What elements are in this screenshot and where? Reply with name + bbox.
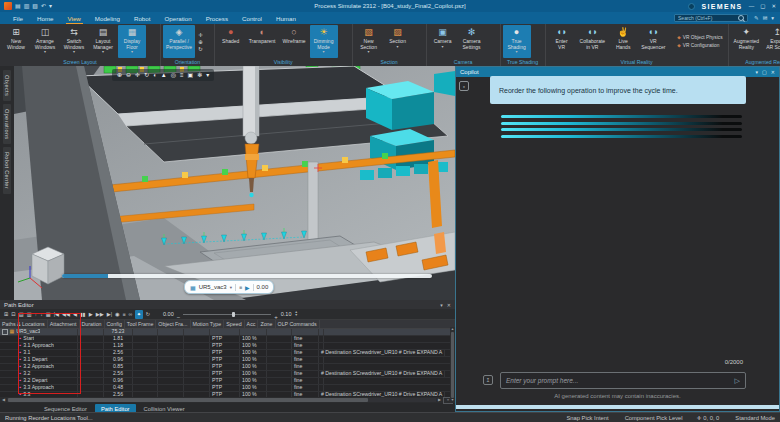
ribbon-button[interactable]: ☀ Dimming Mode ▾ <box>310 25 338 58</box>
send-icon[interactable]: ▷ <box>735 377 740 385</box>
side-tab[interactable]: Robot Center <box>3 147 11 194</box>
ribbon-tab[interactable]: Modeling <box>88 12 127 24</box>
ribbon-tab[interactable]: Home <box>30 12 61 24</box>
link-icon[interactable]: ∞ <box>129 310 133 319</box>
column-header[interactable]: Attachment <box>48 320 80 328</box>
column-header[interactable]: Speed <box>224 320 244 328</box>
column-header[interactable]: Object Fra... <box>156 320 190 328</box>
column-header[interactable]: Zone <box>258 320 275 328</box>
ribbon-button[interactable]: ◈ Parallel / Perspective ▾ <box>163 25 195 58</box>
search-input[interactable]: Search (Ctrl+F) <box>674 14 748 22</box>
more-icon[interactable]: ▾ <box>49 1 52 11</box>
viewport-3d[interactable]: ⊕ ⊖ ✛ ↻ ◐ ▲ ◎ ≡ ▣ ✻ ▾ <box>14 66 455 300</box>
column-header[interactable]: Config <box>105 320 125 328</box>
ribbon-button[interactable]: ▨ Section ▾ <box>384 25 412 58</box>
more-icon[interactable]: ▾ <box>206 69 209 81</box>
ribbon-button[interactable]: ✌ Live Hands ▾ <box>609 25 637 58</box>
ribbon-tab[interactable]: Operation <box>157 12 198 24</box>
move-down-icon[interactable]: ↓ <box>40 310 43 319</box>
chevron-down-icon[interactable]: ▾ <box>756 69 759 75</box>
zoom-out-icon[interactable]: ⊖ <box>126 69 131 81</box>
side-tab[interactable]: Objects <box>3 70 11 101</box>
ribbon-button[interactable]: ✦ Augmented Reality ▾ <box>731 25 763 58</box>
ribbon-tab[interactable]: Human <box>269 12 303 24</box>
close-icon[interactable]: ✕ <box>771 3 776 9</box>
play-reverse-icon[interactable]: ◀ <box>73 310 77 319</box>
ribbon-button[interactable]: ● Shaded ▾ <box>217 25 245 58</box>
ribbon-tab[interactable]: View <box>61 12 88 24</box>
measure-icon[interactable]: ≡ <box>180 69 184 81</box>
record-icon[interactable]: ◉ <box>115 310 120 319</box>
table-row[interactable]: 3.2 Depart 0.96 PTP 100 % fine <box>0 378 450 385</box>
column-header[interactable]: Duration <box>80 320 105 328</box>
jump-start-icon[interactable]: |◀ <box>54 310 59 319</box>
move-up-icon[interactable]: ↑ <box>35 310 38 319</box>
table-row[interactable]: 3.1 2.56 PTP 100 % fine # Destination SC… <box>0 350 450 357</box>
interval-spinner[interactable]: ▲▼ <box>294 311 297 317</box>
ribbon-button[interactable]: ◐ Transparent ▾ <box>246 25 279 58</box>
ribbon-checkbox[interactable]: VR Configuration <box>677 43 722 48</box>
ribbon-button[interactable]: ▤ Layout Manager ▾ <box>89 25 117 58</box>
chevron-down-icon[interactable]: ▾ <box>440 302 443 308</box>
remove-location-icon[interactable]: ⊟ <box>11 310 15 319</box>
ribbon-button[interactable]: ▦ Display Floor ▾ <box>118 25 146 58</box>
robot-jump-icon[interactable]: ✦ <box>135 310 142 319</box>
column-header[interactable]: Paths & Locations <box>0 320 48 328</box>
ribbon-tab[interactable]: Robot <box>127 12 158 24</box>
interval-value[interactable]: 0.10 <box>281 311 292 317</box>
close-icon[interactable]: ✕ <box>771 69 775 75</box>
step-forward-icon[interactable]: ▶▶ <box>96 310 104 319</box>
app-logo-icon[interactable] <box>4 2 12 10</box>
column-header[interactable]: Motion Type <box>191 320 225 328</box>
play-icon[interactable]: ▶ <box>89 310 93 319</box>
close-icon[interactable]: ✕ <box>447 302 451 308</box>
playback-operation[interactable]: UR5_vac3 <box>199 284 227 290</box>
status-item[interactable]: ✛ 0, 0, 0 <box>697 415 720 421</box>
chevron-down-icon[interactable]: ▾ <box>230 285 232 290</box>
zoom-in-icon[interactable]: ⊕ <box>117 69 122 81</box>
ribbon-button[interactable]: ◖◗ VR Sequencer ▾ <box>638 25 668 58</box>
attach-icon[interactable]: ▤ <box>19 310 24 319</box>
step-back-icon[interactable]: ◀◀ <box>62 310 70 319</box>
shade-icon[interactable]: ◐ <box>153 69 157 81</box>
ribbon-button[interactable]: ▧ New Section ▾ <box>355 25 383 58</box>
time-slider[interactable] <box>183 314 271 315</box>
ribbon-button[interactable]: ✻ Camera Settings ▾ <box>458 25 486 58</box>
row-checkbox[interactable] <box>2 329 8 335</box>
table-row[interactable]: Start 1.81 PTP 100 % fine <box>0 336 450 343</box>
playback-slider[interactable] <box>62 274 432 278</box>
ribbon-tab[interactable]: Control <box>235 12 269 24</box>
pause-icon[interactable]: ▮▮ <box>80 310 86 319</box>
jump-end-icon[interactable]: ▶| <box>107 310 112 319</box>
frame-icon[interactable]: ▣ <box>187 69 193 81</box>
column-header[interactable]: Acc <box>245 320 259 328</box>
status-item[interactable]: Snap Pick Intent <box>564 415 608 421</box>
columns-grid-icon[interactable]: ▦ <box>46 310 51 319</box>
table-row[interactable]: 3.1 Depart 0.96 PTP 100 % fine <box>0 357 450 364</box>
ribbon-tab[interactable]: Process <box>199 12 235 24</box>
rotate-view-icon[interactable]: ↻ <box>198 46 203 52</box>
vertical-scrollbar[interactable]: ▲▼ <box>450 327 455 403</box>
add-location-icon[interactable]: ⊞ <box>4 310 8 319</box>
play-icon[interactable]: ▶ <box>245 284 250 291</box>
save-icon[interactable]: ▤ <box>15 1 21 11</box>
ribbon-button[interactable]: ○ Wireframe ▾ <box>280 25 309 58</box>
status-item[interactable]: Standard Mode <box>733 415 775 421</box>
detach-icon[interactable]: ▥ <box>27 310 32 319</box>
ribbon-button[interactable]: ⇆ Switch Windows ▾ <box>60 25 88 58</box>
zoom-area-icon[interactable]: ⊕ <box>198 39 203 45</box>
account-icon[interactable] <box>688 3 695 10</box>
ribbon-button[interactable]: ◫ Arrange Windows ▾ <box>31 25 59 58</box>
table-row[interactable]: 3.2 Approach 0.85 PTP 100 % fine <box>0 364 450 371</box>
pan-icon[interactable]: ✛ <box>135 69 140 81</box>
warning-icon[interactable]: ▲ <box>161 69 167 81</box>
restore-icon[interactable]: ▢ <box>760 3 765 9</box>
minimize-icon[interactable]: — <box>749 3 755 9</box>
ribbon-button[interactable]: ↥ Export AR Scene ▾ <box>763 25 780 58</box>
target-icon[interactable]: ◎ <box>171 69 176 81</box>
ribbon-button[interactable]: ◖◗ Enter VR ▾ <box>548 25 576 58</box>
edit-icon[interactable]: ✎ <box>754 15 759 21</box>
feedback-icon[interactable]: ✉ <box>763 15 768 21</box>
list-icon[interactable]: ≡ <box>123 310 126 319</box>
screenshot-icon[interactable]: ▥ <box>24 1 30 11</box>
